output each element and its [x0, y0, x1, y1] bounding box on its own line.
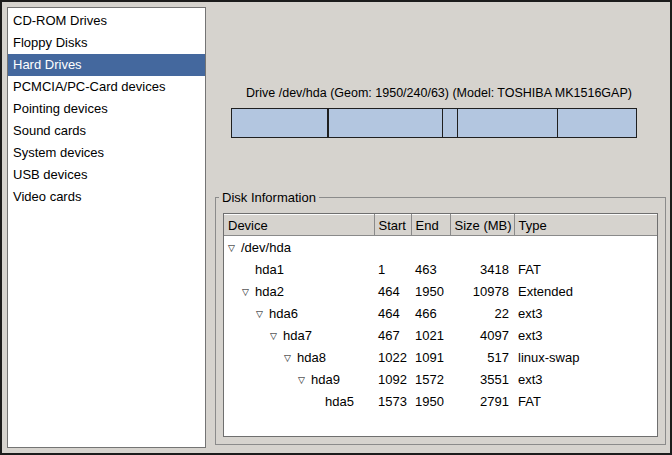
- device-cell: ▽hda2: [224, 280, 374, 302]
- size-cell: 517: [450, 346, 514, 368]
- device-cell: hda1: [224, 258, 374, 280]
- type-cell: linux-swap: [514, 346, 657, 368]
- start-cell: 464: [374, 280, 411, 302]
- device-cell: ▽hda7: [224, 324, 374, 346]
- partition-segment: [558, 109, 636, 137]
- type-cell: FAT: [514, 390, 657, 412]
- sidebar-item-system-devices[interactable]: System devices: [8, 142, 205, 164]
- drive-title: Drive /dev/hda (Geom: 1950/240/63) (Mode…: [212, 86, 666, 100]
- column-header-size-mb[interactable]: Size (MB): [450, 215, 514, 236]
- device-name: hda9: [311, 372, 340, 387]
- disk-information-frame: Disk Information DeviceStartEndSize (MB)…: [215, 190, 666, 445]
- table-row-hda9[interactable]: ▽hda9109215723551ext3: [224, 368, 657, 390]
- tree-expander-icon[interactable]: ▽: [298, 375, 311, 385]
- start-cell: 1092: [374, 368, 411, 390]
- size-cell: 3418: [450, 258, 514, 280]
- device-cell: hda5: [224, 390, 374, 412]
- tree-expander-icon[interactable]: ▽: [284, 353, 297, 363]
- sidebar-item-sound-cards[interactable]: Sound cards: [8, 120, 205, 142]
- device-cell: ▽/dev/hda: [224, 236, 374, 259]
- size-cell: 22: [450, 302, 514, 324]
- end-cell: 1021: [411, 324, 450, 346]
- device-cell: ▽hda9: [224, 368, 374, 390]
- sidebar-item-hard-drives[interactable]: Hard Drives: [8, 54, 205, 76]
- table-row-hda7[interactable]: ▽hda746710214097ext3: [224, 324, 657, 346]
- type-cell: ext3: [514, 302, 657, 324]
- device-name: hda5: [325, 394, 354, 409]
- tree-expander-icon[interactable]: ▽: [242, 287, 255, 297]
- device-name: hda8: [297, 350, 326, 365]
- disk-table-grid: DeviceStartEndSize (MB)Type ▽/dev/hdahda…: [224, 214, 657, 412]
- start-cell: 1: [374, 258, 411, 280]
- sidebar-item-pointing-devices[interactable]: Pointing devices: [8, 98, 205, 120]
- tree-expander-icon[interactable]: ▽: [270, 331, 283, 341]
- sidebar-item-floppy-disks[interactable]: Floppy Disks: [8, 32, 205, 54]
- partition-segment: [232, 109, 328, 137]
- type-cell: ext3: [514, 368, 657, 390]
- type-cell: [514, 236, 657, 259]
- sidebar-item-pcmcia-pc-card-devices[interactable]: PCMCIA/PC-Card devices: [8, 76, 205, 98]
- device-cell: ▽hda6: [224, 302, 374, 324]
- sidebar-item-usb-devices[interactable]: USB devices: [8, 164, 205, 186]
- device-category-list: CD-ROM DrivesFloppy DisksHard DrivesPCMC…: [7, 7, 206, 448]
- size-cell: 4097: [450, 324, 514, 346]
- table-row-hda2[interactable]: ▽hda2464195010978Extended: [224, 280, 657, 302]
- end-cell: 466: [411, 302, 450, 324]
- device-name: hda2: [255, 284, 284, 299]
- column-header-start[interactable]: Start: [374, 215, 411, 236]
- size-cell: [450, 236, 514, 259]
- device-name: hda7: [283, 328, 312, 343]
- end-cell: 1572: [411, 368, 450, 390]
- tree-expander-icon[interactable]: ▽: [256, 309, 269, 319]
- disk-table-body: ▽/dev/hdahda114633418FAT▽hda246419501097…: [224, 236, 657, 413]
- disk-partition-bar: [231, 108, 637, 138]
- disk-table: DeviceStartEndSize (MB)Type ▽/dev/hdahda…: [223, 213, 658, 437]
- end-cell: 1950: [411, 390, 450, 412]
- table-row-hda1[interactable]: hda114633418FAT: [224, 258, 657, 280]
- start-cell: 464: [374, 302, 411, 324]
- device-name: /dev/hda: [241, 240, 291, 255]
- end-cell: 463: [411, 258, 450, 280]
- table-row-hda8[interactable]: ▽hda810221091517linux-swap: [224, 346, 657, 368]
- table-header-row: DeviceStartEndSize (MB)Type: [224, 215, 657, 236]
- partition-segment: [443, 109, 458, 137]
- type-cell: ext3: [514, 324, 657, 346]
- start-cell: [374, 236, 411, 259]
- partition-segment: [329, 109, 443, 137]
- end-cell: 1950: [411, 280, 450, 302]
- size-cell: 10978: [450, 280, 514, 302]
- column-header-type[interactable]: Type: [514, 215, 657, 236]
- column-header-device[interactable]: Device: [224, 215, 374, 236]
- start-cell: 467: [374, 324, 411, 346]
- end-cell: 1091: [411, 346, 450, 368]
- column-header-end[interactable]: End: [411, 215, 450, 236]
- device-name: hda6: [269, 306, 298, 321]
- table-row-hda5[interactable]: hda5157319502791FAT: [224, 390, 657, 412]
- device-name: hda1: [255, 262, 284, 277]
- size-cell: 2791: [450, 390, 514, 412]
- hardware-browser-window: CD-ROM DrivesFloppy DisksHard DrivesPCMC…: [0, 0, 672, 455]
- start-cell: 1573: [374, 390, 411, 412]
- start-cell: 1022: [374, 346, 411, 368]
- sidebar-item-video-cards[interactable]: Video cards: [8, 186, 205, 208]
- size-cell: 3551: [450, 368, 514, 390]
- table-row-hda6[interactable]: ▽hda646446622ext3: [224, 302, 657, 324]
- type-cell: Extended: [514, 280, 657, 302]
- partition-segment: [458, 109, 558, 137]
- device-cell: ▽hda8: [224, 346, 374, 368]
- disk-information-label: Disk Information: [219, 190, 319, 205]
- type-cell: FAT: [514, 258, 657, 280]
- table-row-dev-hda[interactable]: ▽/dev/hda: [224, 236, 657, 259]
- sidebar-item-cd-rom-drives[interactable]: CD-ROM Drives: [8, 10, 205, 32]
- tree-expander-icon[interactable]: ▽: [228, 243, 241, 253]
- end-cell: [411, 236, 450, 259]
